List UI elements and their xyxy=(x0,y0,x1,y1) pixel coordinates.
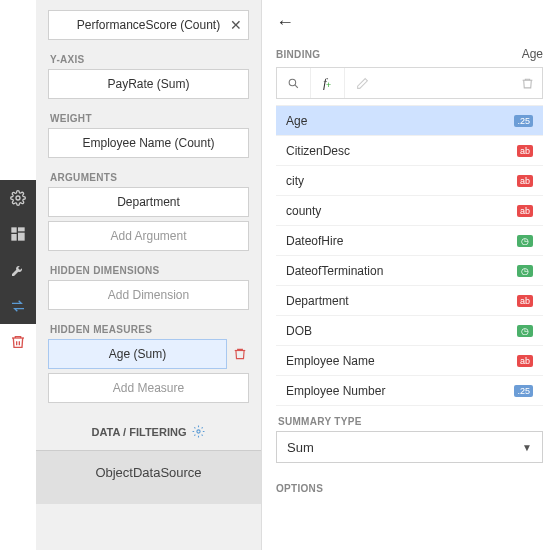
remove-xaxis-icon[interactable]: ✕ xyxy=(230,17,242,33)
field-item[interactable]: Age.25 xyxy=(276,106,543,136)
config-panel: PerformanceScore (Count) ✕ Y-AXIS PayRat… xyxy=(36,0,261,550)
hidden-measure-label: Age (Sum) xyxy=(109,347,166,361)
svg-rect-1 xyxy=(11,227,16,232)
gear-icon xyxy=(192,425,205,438)
binding-value: Age xyxy=(522,47,543,61)
field-type-badge: ◷ xyxy=(517,325,533,337)
svg-point-0 xyxy=(16,196,20,200)
field-item[interactable]: CitizenDescab xyxy=(276,136,543,166)
svg-point-6 xyxy=(289,79,296,86)
field-item[interactable]: Employee Number.25 xyxy=(276,376,543,406)
add-calculated-field-icon[interactable]: f+ xyxy=(311,68,345,98)
svg-point-5 xyxy=(197,430,200,433)
edit-icon[interactable] xyxy=(345,68,379,98)
field-item[interactable]: countyab xyxy=(276,196,543,226)
field-type-badge: ◷ xyxy=(517,265,533,277)
field-type-badge: ab xyxy=(517,355,533,367)
hidden-dimensions-label: HIDDEN DIMENSIONS xyxy=(50,265,249,276)
add-measure-label: Add Measure xyxy=(113,381,184,395)
left-toolbar xyxy=(0,0,36,550)
weight-field[interactable]: Employee Name (Count) xyxy=(48,128,249,158)
field-name: DateofHire xyxy=(286,234,343,248)
convert-button[interactable] xyxy=(0,288,36,324)
summary-type-label: SUMMARY TYPE xyxy=(278,416,543,427)
argument-field-label: Department xyxy=(117,195,180,209)
yaxis-label: Y-AXIS xyxy=(50,54,249,65)
yaxis-field-label: PayRate (Sum) xyxy=(107,77,189,91)
add-dimension-label: Add Dimension xyxy=(108,288,189,302)
field-type-badge: ab xyxy=(517,295,533,307)
datasource-label: ObjectDataSource xyxy=(95,465,201,480)
arguments-label: ARGUMENTS xyxy=(50,172,249,183)
field-item[interactable]: cityab xyxy=(276,166,543,196)
hidden-measures-label: HIDDEN MEASURES xyxy=(50,324,249,335)
settings-button[interactable] xyxy=(0,180,36,216)
field-name: Employee Name xyxy=(286,354,375,368)
field-name: Department xyxy=(286,294,349,308)
argument-field[interactable]: Department xyxy=(48,187,249,217)
xaxis-field[interactable]: PerformanceScore (Count) ✕ xyxy=(48,10,249,40)
field-list: Age.25CitizenDescabcityabcountyabDateofH… xyxy=(276,105,543,406)
clear-binding-icon[interactable] xyxy=(512,68,542,98)
delete-button[interactable] xyxy=(0,324,36,360)
field-item[interactable]: DateofHire◷ xyxy=(276,226,543,256)
search-icon[interactable] xyxy=(277,68,311,98)
field-name: Employee Number xyxy=(286,384,385,398)
remove-measure-icon[interactable] xyxy=(233,347,249,361)
field-name: Age xyxy=(286,114,307,128)
add-dimension-button[interactable]: Add Dimension xyxy=(48,280,249,310)
field-toolbar: f+ xyxy=(276,67,543,99)
weight-field-label: Employee Name (Count) xyxy=(82,136,214,150)
xaxis-field-label: PerformanceScore (Count) xyxy=(77,18,220,32)
field-name: CitizenDesc xyxy=(286,144,350,158)
data-filtering-label: DATA / FILTERING xyxy=(92,426,187,438)
field-type-badge: ◷ xyxy=(517,235,533,247)
back-button[interactable]: ← xyxy=(276,12,294,33)
add-argument-label: Add Argument xyxy=(110,229,186,243)
field-type-badge: .25 xyxy=(514,115,533,127)
field-name: city xyxy=(286,174,304,188)
weight-label: WEIGHT xyxy=(50,113,249,124)
datasource-bar[interactable]: ObjectDataSource xyxy=(36,450,261,504)
field-name: DateofTermination xyxy=(286,264,383,278)
svg-rect-2 xyxy=(18,227,25,231)
svg-rect-4 xyxy=(11,234,16,241)
wrench-button[interactable] xyxy=(0,252,36,288)
field-item[interactable]: Employee Nameab xyxy=(276,346,543,376)
binding-label: BINDING xyxy=(276,49,320,60)
field-type-badge: ab xyxy=(517,175,533,187)
field-item[interactable]: DOB◷ xyxy=(276,316,543,346)
data-filtering-link[interactable]: DATA / FILTERING xyxy=(48,425,249,438)
hidden-measure-field[interactable]: Age (Sum) xyxy=(48,339,227,369)
field-type-badge: ab xyxy=(517,205,533,217)
chevron-down-icon: ▼ xyxy=(522,442,532,453)
binding-panel: ← BINDING Age f+ Age.25CitizenDescabcity… xyxy=(261,0,557,550)
add-measure-button[interactable]: Add Measure xyxy=(48,373,249,403)
options-label: OPTIONS xyxy=(276,483,543,494)
svg-rect-3 xyxy=(18,233,25,241)
field-type-badge: .25 xyxy=(514,385,533,397)
field-item[interactable]: DateofTermination◷ xyxy=(276,256,543,286)
yaxis-field[interactable]: PayRate (Sum) xyxy=(48,69,249,99)
add-argument-button[interactable]: Add Argument xyxy=(48,221,249,251)
field-item[interactable]: Departmentab xyxy=(276,286,543,316)
summary-type-value: Sum xyxy=(287,440,314,455)
field-name: DOB xyxy=(286,324,312,338)
field-type-badge: ab xyxy=(517,145,533,157)
summary-type-select[interactable]: Sum ▼ xyxy=(276,431,543,463)
field-name: county xyxy=(286,204,321,218)
layout-button[interactable] xyxy=(0,216,36,252)
